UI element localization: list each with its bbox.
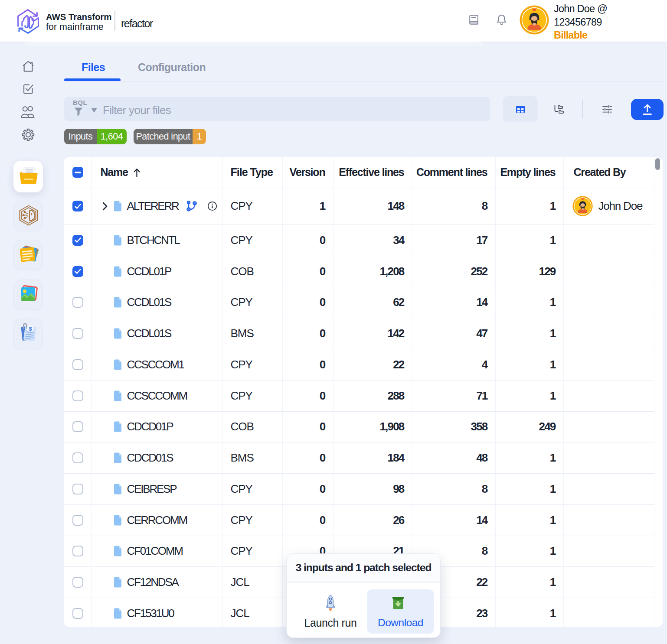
svg-text:$: $ — [29, 325, 32, 332]
